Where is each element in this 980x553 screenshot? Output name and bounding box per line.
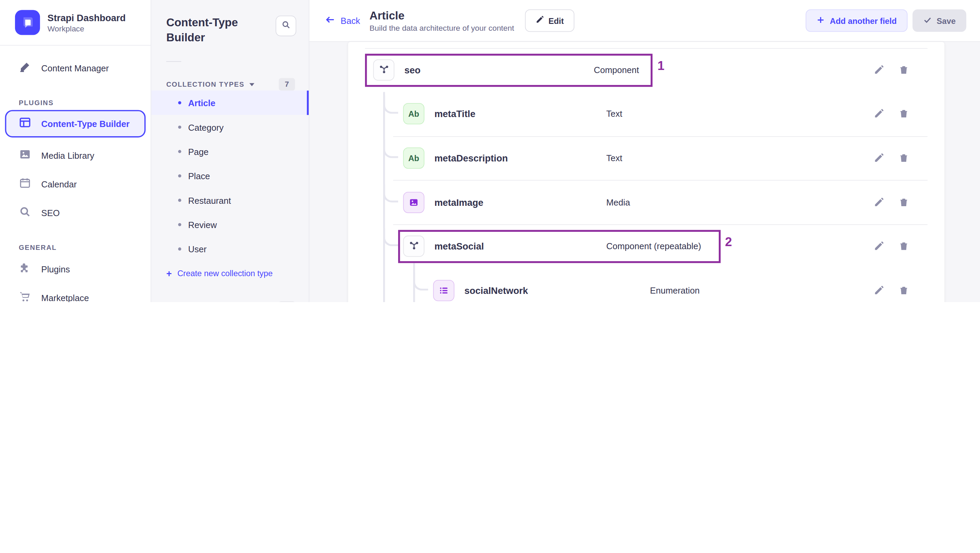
field-name: seo [404,65,420,75]
sidebar-item-label: Marketplace [41,293,89,302]
field-row-socialNetwork: socialNetwork Enumeration [348,269,945,302]
bullet-icon [178,126,181,129]
bullet-icon [178,223,181,226]
edit-field-button[interactable] [872,284,885,297]
sidebar-item-calendar[interactable]: Calendar [0,170,151,199]
field-name: socialNetwork [465,285,528,296]
delete-field-button[interactable] [897,239,911,253]
subnav-item-restaurant[interactable]: Restaurant [151,188,309,212]
plus-icon: + [166,268,172,278]
field-type: Media [606,197,630,207]
calendar-icon [19,177,32,192]
page-header: Back Article Build the data architecture… [309,0,980,42]
main-area: Back Article Build the data architecture… [309,0,980,302]
sidebar-item-plugins[interactable]: Plugins [0,255,151,284]
add-another-field-button[interactable]: Add another field [805,9,907,32]
delete-field-button[interactable] [897,63,911,77]
edit-button[interactable]: Edit [525,9,575,32]
field-row-metaDescription: Ab metaDescription Text [348,136,945,180]
sidebar-item-label: Media Library [41,151,94,160]
subnav-item-label: Category [188,122,224,132]
field-type: Component (repeatable) [606,242,701,251]
layout-icon [19,116,32,131]
subnav-item-review[interactable]: Review [151,212,309,237]
create-new-collection-type-link[interactable]: +Create new collection type [151,261,309,285]
sidebar-item-label: Plugins [41,264,70,274]
text-icon: Ab [403,148,425,168]
subnav-sections: COLLECTION TYPES7ArticleCategoryPagePlac… [151,78,309,302]
main-sidebar: Strapi Dashboard Workplace Content Manag… [0,0,151,302]
brand-title: Strapi Dashboard [48,12,126,24]
puzzle-icon [19,262,32,277]
edit-field-button[interactable] [872,239,885,253]
create-link-label: Create new collection type [177,268,272,278]
enum-icon [433,280,454,301]
sidebar-section-plugins: PLUGINS [0,99,151,106]
subnav-item-article[interactable]: Article [151,91,309,115]
field-row-metaTitle: Ab metaTitle Text [348,92,945,135]
strapi-dashboard-screen: Strapi Dashboard Workplace Content Manag… [0,0,980,302]
search-icon [282,20,291,32]
pen-icon [19,61,32,76]
subnav-item-page[interactable]: Page [151,139,309,164]
sidebar-item-label: Calendar [41,179,77,189]
sidebar-item-marketplace[interactable]: Marketplace [0,284,151,302]
field-row-metaImage: metaImage Media [348,180,945,224]
bullet-icon [178,199,181,202]
subnav-item-label: Article [188,98,215,108]
arrow-left-icon [325,14,336,27]
brand-text: Strapi Dashboard Workplace [48,12,126,33]
delete-field-button[interactable] [897,195,911,209]
delete-field-button[interactable] [897,107,911,121]
search-button[interactable] [275,16,296,36]
field-type: Component [594,65,639,75]
subnav-section-header[interactable]: COLLECTION TYPES7 [151,78,309,91]
field-type: Text [606,153,622,163]
bullet-icon [178,248,181,251]
sidebar-item-label: Content-Type Builder [41,119,130,129]
edit-field-button[interactable] [872,63,885,77]
subnav-section-count: 7 [278,78,295,91]
pencil-icon [535,16,544,25]
edit-field-button[interactable] [872,107,885,121]
sidebar-item-media-library[interactable]: Media Library [0,141,151,170]
field-row-metaSocial: metaSocial Component (repeatable) [348,224,945,268]
subnav-item-category[interactable]: Category [151,115,309,139]
subnav-item-place[interactable]: Place [151,164,309,188]
brand-subtitle: Workplace [48,24,126,33]
delete-field-button[interactable] [897,284,911,297]
field-name: metaTitle [434,108,475,119]
field-row-seo: seo Component [348,48,945,92]
brand-block[interactable]: Strapi Dashboard Workplace [0,0,151,46]
sidebar-section-general: GENERAL [0,244,151,251]
subnav-item-label: Page [188,146,208,156]
edit-field-button[interactable] [872,151,885,165]
delete-field-button[interactable] [897,151,911,165]
subnav-section-count: 3 [278,301,295,302]
edit-field-button[interactable] [872,195,885,209]
save-label: Save [937,16,956,25]
check-icon [923,15,932,26]
strapi-logo-icon [15,10,40,35]
edit-label: Edit [548,16,564,25]
component-icon [373,59,395,81]
fields-list-card: seo Component Ab metaTitle Text Ab met [348,42,945,302]
field-type: Text [606,108,622,118]
subnav-item-user[interactable]: User [151,237,309,261]
field-name: metaSocial [434,241,484,251]
subnav-item-label: Restaurant [188,195,231,205]
component-icon [403,235,425,257]
sidebar-item-seo[interactable]: SEO [0,199,151,227]
sidebar-item-content-type-builder[interactable]: Content-Type Builder [5,110,146,138]
save-button[interactable]: Save [912,9,966,32]
field-name: metaDescription [434,153,508,164]
subnav-item-label: Review [188,219,217,229]
bullet-icon [178,175,181,178]
text-icon: Ab [403,103,425,124]
subnav-section-label: COLLECTION TYPES [166,81,245,88]
subnav-section-header[interactable]: SINGLE TYPES3 [151,301,309,302]
subnav-item-label: Place [188,171,210,181]
back-link[interactable]: Back [325,14,360,27]
cart-icon [19,291,32,302]
sidebar-item-content-manager[interactable]: Content Manager [0,54,151,82]
